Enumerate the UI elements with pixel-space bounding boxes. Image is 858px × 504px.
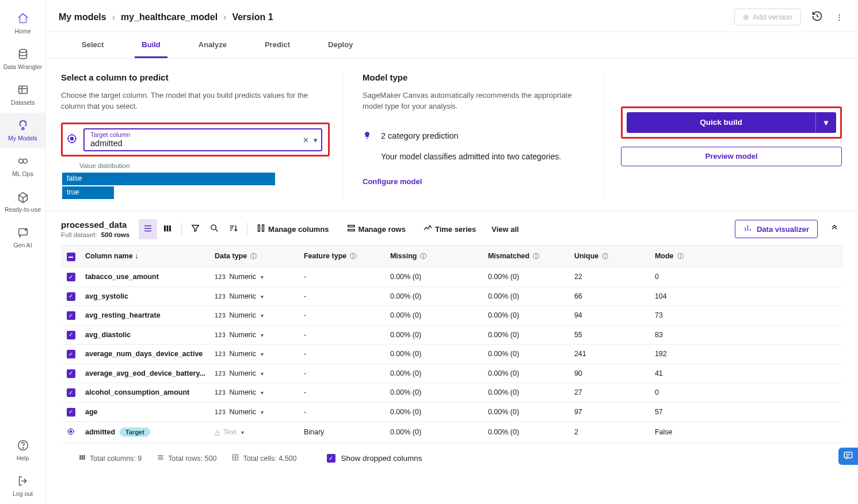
cell-data-type[interactable]: 123Numeric▾ <box>210 268 299 287</box>
tab-build[interactable]: Build <box>135 32 167 58</box>
data-visualizer-button[interactable]: Data visualizer <box>735 220 818 238</box>
checkbox-checked-icon[interactable] <box>67 273 75 281</box>
sidebar-item-help[interactable]: Help <box>0 433 46 468</box>
checkbox-checked-icon[interactable] <box>67 311 75 320</box>
cell-data-type[interactable]: 123Numeric▾ <box>210 287 299 306</box>
clear-icon[interactable]: ✕ <box>303 135 309 144</box>
cell-data-type[interactable]: AText▾ <box>210 422 299 443</box>
row-check[interactable] <box>61 364 81 383</box>
checkbox-checked-icon[interactable] <box>67 292 75 301</box>
target-column-field[interactable]: Target column ✕ ▾ <box>83 128 322 151</box>
time-series-button[interactable]: Time series <box>419 219 488 239</box>
table-row: avg_systolic 123Numeric▾ - 0.00% (0) 0.0… <box>61 287 843 306</box>
search-button[interactable] <box>205 219 223 239</box>
chevron-down-icon[interactable]: ▾ <box>261 371 264 377</box>
checkbox-checked-icon[interactable] <box>67 350 75 358</box>
grid-view-button[interactable] <box>158 219 177 239</box>
th-column-name[interactable]: Column name ↓ <box>81 245 210 268</box>
chat-fab[interactable] <box>838 448 858 465</box>
chat-sparkle-icon <box>16 226 30 239</box>
column-name: avg_resting_heartrate <box>85 311 161 319</box>
svg-rect-11 <box>167 225 169 231</box>
svg-rect-20 <box>79 455 81 460</box>
target-column-input[interactable] <box>90 139 316 148</box>
divider <box>181 223 182 235</box>
chevron-down-icon[interactable]: ▾ <box>261 274 264 280</box>
breadcrumb-model[interactable]: my_healthcare_model <box>121 12 218 22</box>
info-icon[interactable]: ⓘ <box>602 253 608 259</box>
sort-button[interactable] <box>224 219 242 239</box>
chevron-down-icon[interactable]: ▾ <box>261 409 264 415</box>
list-view-button[interactable] <box>139 219 157 239</box>
svg-rect-10 <box>164 225 166 231</box>
cell-data-type[interactable]: 123Numeric▾ <box>210 402 299 422</box>
preview-model-button[interactable]: Preview model <box>621 147 842 166</box>
checkbox-checked-icon[interactable] <box>67 388 75 397</box>
tab-analyze[interactable]: Analyze <box>192 32 234 58</box>
info-icon[interactable]: ⓘ <box>677 253 684 259</box>
collapse-button[interactable] <box>826 220 843 239</box>
manage-columns-button[interactable]: Manage columns <box>252 219 341 239</box>
info-icon[interactable]: ⓘ <box>420 253 426 259</box>
select-all-header[interactable] <box>61 245 81 268</box>
cell-data-type[interactable]: 123Numeric▾ <box>210 345 299 364</box>
th-label: Column name <box>85 252 133 260</box>
row-check[interactable] <box>61 325 81 345</box>
sort-icon <box>228 226 238 235</box>
sidebar-item-mlops[interactable]: ML Ops <box>0 148 46 184</box>
history-button[interactable] <box>809 8 825 26</box>
dataset-sub-label: Full dataset: <box>61 231 97 238</box>
row-check[interactable] <box>61 306 81 326</box>
row-check[interactable] <box>61 268 81 287</box>
cell-data-type[interactable]: 123Numeric▾ <box>210 325 299 345</box>
add-version-button[interactable]: ⊕ Add version <box>734 9 801 25</box>
info-icon[interactable]: ⓘ <box>533 253 539 259</box>
breadcrumb-root[interactable]: My models <box>59 12 106 22</box>
quick-build-button[interactable]: Quick build ▾ <box>627 112 836 133</box>
sidebar-item-gen-ai[interactable]: Gen AI <box>0 220 46 255</box>
tab-deploy[interactable]: Deploy <box>321 32 360 58</box>
cell-mismatched: 0.00% (0) <box>483 364 570 383</box>
chevron-down-icon[interactable]: ▾ <box>261 332 264 338</box>
chevron-down-icon[interactable]: ▾ <box>261 390 264 396</box>
chevron-down-icon[interactable]: ▾ <box>241 429 244 436</box>
sidebar-item-datasets[interactable]: Datasets <box>0 77 46 113</box>
sidebar-item-my-models[interactable]: My Models <box>0 113 46 148</box>
th-data-type: Data typeⓘ <box>210 245 299 268</box>
sidebar-item-ready-to-use[interactable]: Ready-to-use <box>0 184 46 220</box>
checkbox-checked-icon[interactable] <box>67 369 75 378</box>
checkbox-checked-icon[interactable] <box>67 408 75 417</box>
tab-select[interactable]: Select <box>75 32 110 58</box>
cell-data-type[interactable]: 123Numeric▾ <box>210 306 299 326</box>
row-check[interactable] <box>61 383 81 403</box>
chevron-down-icon[interactable]: ▾ <box>314 135 318 144</box>
sidebar-item-home[interactable]: Home <box>0 6 46 41</box>
row-check[interactable] <box>61 345 81 364</box>
row-check[interactable] <box>61 287 81 306</box>
filter-button[interactable] <box>186 219 204 239</box>
manage-rows-button[interactable]: Manage rows <box>342 219 418 239</box>
chevron-down-icon[interactable]: ▾ <box>815 112 836 133</box>
show-dropped-toggle[interactable]: Show dropped columns <box>327 454 422 463</box>
sidebar-label: Gen AI <box>13 242 32 249</box>
cell-data-type[interactable]: 123Numeric▾ <box>210 364 299 383</box>
configure-model-link[interactable]: Configure model <box>363 177 422 186</box>
more-button[interactable]: ⋮ <box>833 10 845 24</box>
cell-feature-type: - <box>299 306 386 326</box>
row-check[interactable] <box>61 402 81 422</box>
box-icon <box>16 190 30 204</box>
sidebar-item-data-wrangler[interactable]: Data Wrangler <box>0 41 46 77</box>
checkbox-checked-icon[interactable] <box>67 331 75 339</box>
info-icon[interactable]: ⓘ <box>250 253 257 259</box>
table-row: avg_diastolic 123Numeric▾ - 0.00% (0) 0.… <box>61 325 843 345</box>
cell-column-name: admittedTarget <box>81 422 210 443</box>
sidebar-item-logout[interactable]: Log out <box>0 468 46 504</box>
view-all-link[interactable]: View all <box>491 225 518 234</box>
numeric-type-icon: 123 <box>215 351 226 357</box>
tab-predict[interactable]: Predict <box>258 32 297 58</box>
cell-data-type[interactable]: 123Numeric▾ <box>210 383 299 403</box>
chevron-down-icon[interactable]: ▾ <box>261 312 264 319</box>
info-icon[interactable]: ⓘ <box>350 253 356 259</box>
chevron-down-icon[interactable]: ▾ <box>261 293 264 300</box>
chevron-down-icon[interactable]: ▾ <box>261 351 264 357</box>
